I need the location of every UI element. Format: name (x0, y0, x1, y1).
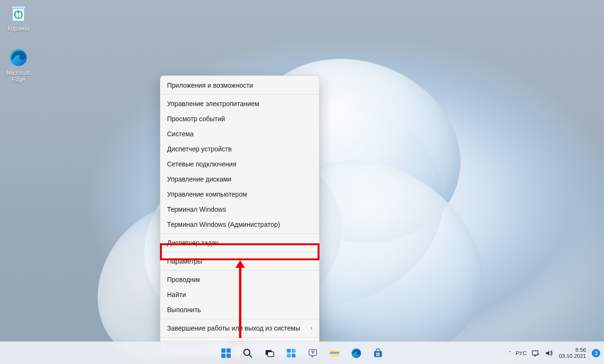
svg-rect-7 (226, 348, 231, 353)
menu-item-label: Управление электропитанием (167, 100, 259, 108)
svg-rect-26 (376, 355, 378, 356)
menu-item-device-manager[interactable]: Диспетчер устройств (160, 141, 319, 157)
svg-rect-23 (374, 351, 382, 357)
svg-rect-17 (292, 353, 295, 357)
menu-item-disk-management[interactable]: Управление дисками (160, 172, 319, 187)
menu-item-network-connections[interactable]: Сетевые подключения (160, 157, 319, 172)
file-explorer-button[interactable] (325, 344, 344, 363)
edge-button[interactable] (347, 344, 366, 363)
menu-item-windows-terminal-admin[interactable]: Терминал Windows (Администратор) (160, 217, 319, 232)
menu-item-shutdown-signout[interactable]: Завершение работы или выход из системы› (160, 321, 319, 336)
widgets-icon (286, 348, 296, 358)
svg-rect-1 (11, 6, 25, 8)
clock-time: 8:56 (559, 347, 586, 353)
task-view-icon (264, 348, 275, 358)
system-tray: ˄ РУС 8:56 03.10.2021 3 (509, 342, 600, 364)
menu-separator (160, 270, 319, 271)
task-view-button[interactable] (260, 344, 279, 363)
svg-point-19 (312, 352, 314, 354)
menu-item-power-options[interactable]: Управление электропитанием (160, 96, 319, 111)
recycle-bin-icon (8, 3, 29, 24)
microsoft-store-button[interactable] (369, 344, 387, 363)
menu-item-label: Система (167, 130, 193, 138)
menu-item-label: Завершение работы или выход из системы (167, 324, 300, 332)
taskbar-clock[interactable]: 8:56 03.10.2021 (558, 347, 587, 359)
chat-button[interactable] (303, 344, 322, 363)
menu-item-event-viewer[interactable]: Просмотр событий (160, 111, 319, 126)
edge-icon (8, 47, 29, 68)
chat-icon (308, 348, 318, 358)
menu-item-computer-management[interactable]: Управление компьютером (160, 187, 319, 202)
menu-separator (160, 319, 319, 319)
microsoft-store-icon (373, 348, 383, 358)
menu-separator (160, 252, 319, 252)
menu-item-label: Проводник (167, 276, 200, 283)
svg-rect-24 (376, 353, 378, 354)
menu-item-label: Терминал Windows (Администратор) (167, 221, 280, 228)
menu-item-run[interactable]: Выполнить (160, 302, 319, 317)
svg-rect-28 (532, 351, 538, 355)
svg-rect-27 (378, 355, 379, 356)
menu-separator (160, 233, 319, 234)
svg-line-11 (249, 354, 252, 356)
desktop-icon-label: Корзина (1, 25, 35, 32)
svg-rect-21 (330, 352, 339, 354)
menu-item-settings[interactable]: Параметры (160, 254, 319, 269)
menu-item-system[interactable]: Система (160, 126, 319, 141)
menu-item-label: Терминал Windows (167, 206, 226, 213)
svg-rect-6 (221, 348, 226, 353)
svg-rect-29 (534, 356, 536, 356)
svg-rect-14 (287, 348, 291, 352)
menu-item-windows-terminal[interactable]: Терминал Windows (160, 202, 319, 217)
edge-icon (351, 347, 362, 359)
svg-rect-15 (292, 348, 295, 352)
desktop-icon-recycle-bin[interactable]: Корзина (1, 3, 35, 32)
menu-item-search[interactable]: Найти (160, 287, 319, 302)
start-button[interactable] (217, 344, 235, 363)
menu-item-file-explorer[interactable]: Проводник (160, 272, 319, 287)
file-explorer-icon (329, 348, 340, 358)
taskbar: ˄ РУС 8:56 03.10.2021 3 (0, 341, 604, 364)
menu-separator (160, 94, 319, 95)
menu-separator (160, 337, 319, 338)
windows-start-icon (220, 347, 232, 359)
menu-item-label: Приложения и возможности (167, 82, 253, 89)
notification-center-button[interactable]: 3 (592, 349, 600, 357)
desktop-icon-microsoft-edge[interactable]: Microsoft Edge (1, 47, 35, 83)
chevron-right-icon: › (310, 325, 312, 331)
menu-item-label: Диспетчер задач (167, 239, 219, 247)
menu-item-apps-features[interactable]: Приложения и возможности (160, 78, 319, 93)
svg-rect-8 (221, 354, 226, 358)
widgets-button[interactable] (282, 344, 301, 363)
menu-item-label: Просмотр событий (167, 115, 225, 123)
desktop-icon-label: Microsoft Edge (1, 70, 35, 83)
menu-item-label: Найти (167, 291, 186, 298)
menu-item-label: Сетевые подключения (167, 160, 236, 168)
menu-item-label: Параметры (167, 257, 202, 265)
svg-rect-13 (268, 352, 274, 356)
network-icon[interactable] (531, 349, 540, 357)
menu-item-label: Управление компьютером (167, 190, 247, 198)
tray-overflow-button[interactable]: ˄ (509, 350, 511, 356)
svg-rect-9 (226, 354, 231, 358)
menu-item-label: Диспетчер устройств (167, 145, 232, 153)
taskbar-center-apps (217, 344, 387, 363)
menu-item-label: Выполнить (167, 306, 201, 314)
winx-context-menu: Приложения и возможностиУправление элект… (160, 75, 319, 356)
svg-rect-25 (378, 353, 379, 354)
menu-item-label: Управление дисками (167, 175, 231, 183)
svg-rect-16 (287, 353, 291, 357)
taskbar-search-button[interactable] (238, 344, 257, 363)
search-icon (243, 348, 253, 358)
clock-date: 03.10.2021 (559, 353, 586, 359)
volume-icon[interactable] (545, 349, 553, 357)
menu-item-task-manager[interactable]: Диспетчер задач (160, 235, 319, 250)
language-indicator[interactable]: РУС (516, 350, 527, 356)
